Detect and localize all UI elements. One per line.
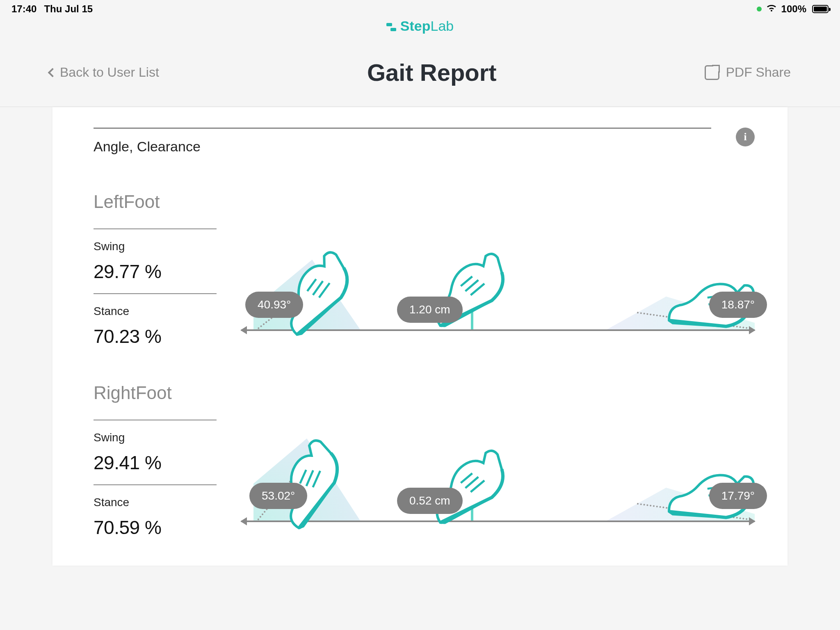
section-rule <box>94 128 711 129</box>
left-swing-label: Swing <box>94 240 217 253</box>
external-link-icon <box>705 65 719 80</box>
status-date: Thu Jul 15 <box>44 3 93 15</box>
pdf-share-button[interactable]: PDF Share <box>705 65 791 80</box>
wifi-icon <box>766 3 777 15</box>
left-toe-angle-badge: 18.87° <box>709 292 767 318</box>
right-foot-diagram: 53.02° 0.52 cm 17.79° <box>241 415 755 530</box>
main-content: Angle, Clearance i LeftFoot Swing 29.77 … <box>0 107 840 566</box>
right-stance-label: Stance <box>94 496 217 509</box>
right-swing-label: Swing <box>94 431 217 444</box>
logo-text-sub: Lab <box>430 18 454 34</box>
right-heel-angle-badge: 53.02° <box>249 483 307 509</box>
baseline-arrow-icon <box>241 329 755 331</box>
divider <box>94 420 217 420</box>
right-foot-block: RightFoot Swing 29.41 % Stance 70.59 % <box>94 383 755 549</box>
logo-mark-icon <box>386 23 396 31</box>
recording-indicator-icon <box>757 7 762 11</box>
right-swing-value: 29.41 % <box>94 452 217 474</box>
status-time: 17:40 <box>11 3 37 15</box>
app-logo-bar: StepLab <box>0 16 840 34</box>
left-swing-value: 29.77 % <box>94 260 217 283</box>
header-nav: Back to User List Gait Report PDF Share <box>0 34 840 107</box>
battery-icon <box>812 5 829 13</box>
status-bar: 17:40 Thu Jul 15 100% <box>0 0 840 16</box>
left-heel-angle-badge: 40.93° <box>245 292 303 318</box>
chevron-left-icon <box>48 68 57 77</box>
back-button[interactable]: Back to User List <box>49 65 159 80</box>
divider <box>94 484 217 485</box>
info-button[interactable]: i <box>736 128 755 146</box>
back-label: Back to User List <box>60 65 159 80</box>
left-foot-label: LeftFoot <box>94 192 217 212</box>
left-clearance-badge: 1.20 cm <box>397 297 463 323</box>
share-label: PDF Share <box>726 65 791 80</box>
section-title: Angle, Clearance <box>94 139 711 155</box>
logo-text-main: Step <box>400 18 431 34</box>
right-stance-value: 70.59 % <box>94 516 217 539</box>
baseline-arrow-icon <box>241 520 755 522</box>
page-title: Gait Report <box>367 59 497 86</box>
left-stance-value: 70.23 % <box>94 325 217 347</box>
battery-percent: 100% <box>781 3 806 15</box>
right-toe-angle-badge: 17.79° <box>709 483 767 509</box>
info-icon: i <box>744 131 746 143</box>
left-foot-block: LeftFoot Swing 29.77 % Stance 70.23 % <box>94 192 755 358</box>
left-stance-label: Stance <box>94 305 217 318</box>
report-card: Angle, Clearance i LeftFoot Swing 29.77 … <box>52 107 788 566</box>
divider <box>94 293 217 294</box>
right-foot-label: RightFoot <box>94 383 217 403</box>
divider <box>94 228 217 229</box>
right-clearance-badge: 0.52 cm <box>397 488 463 514</box>
app-logo: StepLab <box>386 18 454 34</box>
left-foot-diagram: 40.93° 1.20 cm 18.87° <box>241 224 755 339</box>
